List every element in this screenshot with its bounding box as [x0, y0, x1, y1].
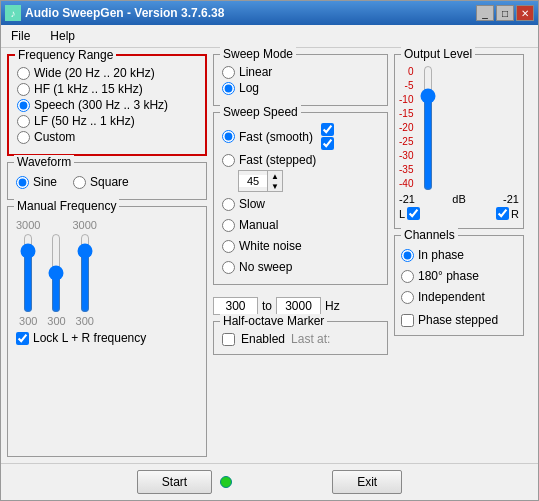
lock-lr-checkbox[interactable] — [16, 332, 29, 345]
minimize-button[interactable]: _ — [476, 5, 494, 21]
menu-file[interactable]: File — [5, 27, 36, 45]
right-panel: Output Level 0 -5 -10 -15 -20 -25 -30 -3… — [394, 54, 524, 457]
channels-group: Channels In phase 180° phase Independent — [394, 235, 524, 336]
manual-frequency-group: Manual Frequency 3000 300 - 300 3000 — [7, 206, 207, 457]
manual-frequency-label: Manual Frequency — [14, 199, 119, 213]
output-level-group: Output Level 0 -5 -10 -15 -20 -25 -30 -3… — [394, 54, 524, 229]
sweep-linear-radio[interactable] — [222, 66, 235, 79]
phase-180-label: 180° phase — [418, 269, 479, 283]
right-channel-checkbox[interactable] — [496, 207, 509, 220]
waveform-sine-radio[interactable] — [16, 176, 29, 189]
sweep-log-option[interactable]: Log — [222, 81, 379, 95]
independent-option[interactable]: Independent — [401, 290, 517, 304]
in-phase-label: In phase — [418, 248, 464, 262]
freq-custom-radio[interactable] — [17, 131, 30, 144]
slider-col-3: 3000 300 — [72, 219, 96, 327]
slider3-top: 3000 — [72, 219, 96, 231]
slow-option[interactable]: Slow — [222, 197, 379, 211]
start-button[interactable]: Start — [137, 470, 212, 494]
freq-lf-option[interactable]: LF (50 Hz .. 1 kHz) — [17, 114, 197, 128]
freq-hf-option[interactable]: HF (1 kHz .. 15 kHz) — [17, 82, 197, 96]
fast-smooth-check1[interactable] — [321, 123, 334, 136]
freq-speech-radio[interactable] — [17, 99, 30, 112]
sweep-log-radio[interactable] — [222, 82, 235, 95]
sweep-speed-group: Sweep Speed Fast (smooth) Fast (stepped) — [213, 112, 388, 285]
scale-20: -20 — [399, 121, 413, 135]
waveform-square-option[interactable]: Square — [73, 175, 129, 189]
half-octave-label: Half-octave Marker — [220, 314, 327, 328]
title-buttons: _ □ ✕ — [476, 5, 534, 21]
fast-smooth-row: Fast (smooth) — [222, 123, 379, 150]
waveform-label: Waveform — [14, 155, 74, 169]
maximize-button[interactable]: □ — [496, 5, 514, 21]
fast-stepped-radio[interactable] — [222, 154, 235, 167]
scale-40: -40 — [399, 177, 413, 191]
manual-radio[interactable] — [222, 219, 235, 232]
freq-lf-radio[interactable] — [17, 115, 30, 128]
lock-lr-label: Lock L + R frequency — [33, 331, 146, 345]
freq-hf-label: HF (1 kHz .. 15 kHz) — [34, 82, 143, 96]
stepped-value-row: ▲ ▼ — [238, 170, 379, 192]
freq-wide-radio[interactable] — [17, 67, 30, 80]
freq-custom-label: Custom — [34, 130, 75, 144]
scale-35: -35 — [399, 163, 413, 177]
fast-stepped-row: Fast (stepped) — [222, 153, 379, 167]
main-window: ♪ Audio SweepGen - Version 3.7.6.38 _ □ … — [0, 0, 539, 501]
left-panel: Frequency Range Wide (20 Hz .. 20 kHz) H… — [7, 54, 207, 457]
white-noise-radio[interactable] — [222, 240, 235, 253]
scale-10: -10 — [399, 93, 413, 107]
phase-180-radio[interactable] — [401, 270, 414, 283]
menu-help[interactable]: Help — [44, 27, 81, 45]
sweep-mode-label: Sweep Mode — [220, 47, 296, 61]
slow-radio[interactable] — [222, 198, 235, 211]
independent-label: Independent — [418, 290, 485, 304]
manual-option[interactable]: Manual — [222, 218, 379, 232]
freq-custom-option[interactable]: Custom — [17, 130, 197, 144]
stepped-down-button[interactable]: ▼ — [268, 181, 282, 191]
sweep-linear-option[interactable]: Linear — [222, 65, 379, 79]
half-octave-enabled-checkbox[interactable] — [222, 333, 235, 346]
middle-panel: Sweep Mode Linear Log Sweep Speed — [213, 54, 388, 457]
manual-freq-slider-2[interactable] — [46, 233, 66, 313]
phase-stepped-checkbox[interactable] — [401, 314, 414, 327]
phase-180-option[interactable]: 180° phase — [401, 269, 517, 283]
manual-freq-slider-3[interactable] — [75, 233, 95, 313]
in-phase-radio[interactable] — [401, 249, 414, 262]
left-db-value: -21 — [399, 193, 415, 205]
waveform-square-radio[interactable] — [73, 176, 86, 189]
close-button[interactable]: ✕ — [516, 5, 534, 21]
frequency-range-group: Frequency Range Wide (20 Hz .. 20 kHz) H… — [7, 54, 207, 156]
output-sliders — [417, 65, 439, 191]
white-noise-option[interactable]: White noise — [222, 239, 379, 253]
exit-button[interactable]: Exit — [332, 470, 402, 494]
phase-stepped-label: Phase stepped — [418, 313, 498, 327]
freq-hf-radio[interactable] — [17, 83, 30, 96]
white-noise-label: White noise — [239, 239, 302, 253]
freq-speech-label: Speech (300 Hz .. 3 kHz) — [34, 98, 168, 112]
waveform-sine-option[interactable]: Sine — [16, 175, 57, 189]
fast-smooth-radio[interactable] — [222, 130, 235, 143]
fast-smooth-check2[interactable] — [321, 137, 334, 150]
independent-radio[interactable] — [401, 291, 414, 304]
freq-from-input[interactable] — [213, 297, 258, 315]
slider2-bottom: 300 — [47, 315, 65, 327]
left-channel-checkbox[interactable] — [407, 207, 420, 220]
manual-freq-slider-1[interactable] — [18, 233, 38, 313]
slider3-bottom: 300 — [76, 315, 94, 327]
freq-lf-label: LF (50 Hz .. 1 kHz) — [34, 114, 135, 128]
freq-to-input[interactable] — [276, 297, 321, 315]
freq-wide-option[interactable]: Wide (20 Hz .. 20 kHz) — [17, 66, 197, 80]
channels-label: Channels — [401, 228, 458, 242]
freq-unit-label: Hz — [325, 299, 340, 313]
sweep-log-label: Log — [239, 81, 259, 95]
no-sweep-radio[interactable] — [222, 261, 235, 274]
freq-speech-option[interactable]: Speech (300 Hz .. 3 kHz) — [17, 98, 197, 112]
stepped-up-button[interactable]: ▲ — [268, 171, 282, 181]
fast-stepped-label: Fast (stepped) — [239, 153, 316, 167]
waveform-sine-label: Sine — [33, 175, 57, 189]
stepped-value-input[interactable] — [239, 175, 267, 187]
scale-15: -15 — [399, 107, 413, 121]
output-level-slider-l[interactable] — [417, 65, 439, 191]
in-phase-option[interactable]: In phase — [401, 248, 517, 262]
no-sweep-option[interactable]: No sweep — [222, 260, 379, 274]
